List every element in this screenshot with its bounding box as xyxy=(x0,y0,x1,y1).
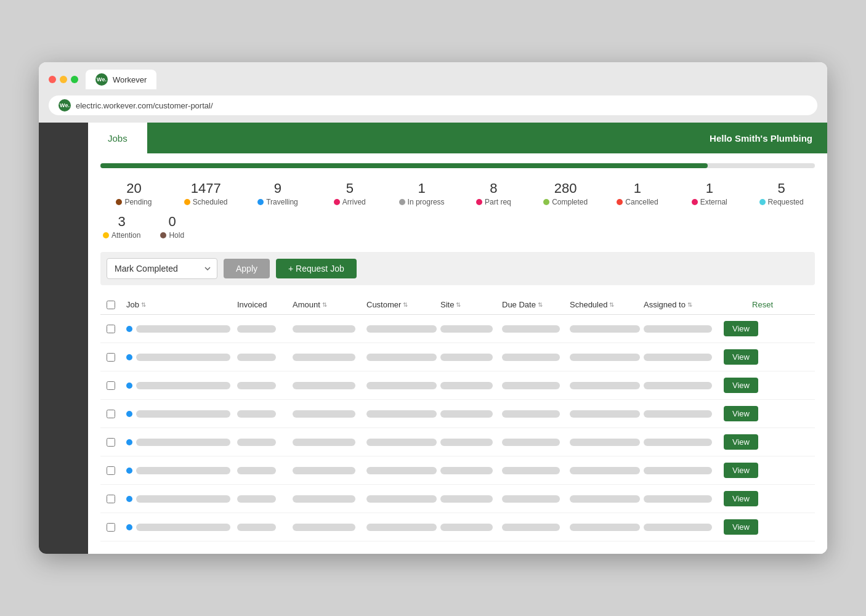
row-status-dot xyxy=(126,468,132,474)
th-scheduled[interactable]: Scheduled ⇅ xyxy=(570,300,644,309)
table-row: View xyxy=(100,400,815,428)
th-assignedto[interactable]: Assigned to ⇅ xyxy=(644,300,724,309)
apply-button[interactable]: Apply xyxy=(224,259,270,278)
row-action-cell: View xyxy=(724,406,773,421)
view-button-2[interactable]: View xyxy=(724,378,758,393)
address-bar[interactable]: We. electric.workever.com/customer-porta… xyxy=(49,95,817,115)
row-scheduled-cell xyxy=(570,354,644,361)
view-button-7[interactable]: View xyxy=(724,519,758,535)
th-amount[interactable]: Amount ⇅ xyxy=(293,300,366,309)
view-button-4[interactable]: View xyxy=(724,434,758,450)
stat-count: 1 xyxy=(634,180,641,197)
row-job-skeleton xyxy=(136,354,230,361)
stat-count: 1 xyxy=(706,180,713,197)
action-dropdown[interactable]: Mark Completed xyxy=(107,258,217,279)
row-site-cell xyxy=(440,354,502,361)
close-dot[interactable] xyxy=(49,76,56,83)
table-body: View View xyxy=(100,315,815,541)
stat-count: 1477 xyxy=(191,180,221,197)
view-button-5[interactable]: View xyxy=(724,463,758,478)
stat-label: Requested xyxy=(768,198,804,206)
row-scheduled-cell xyxy=(570,410,644,418)
stat-item-external[interactable]: 1 External xyxy=(676,180,743,206)
row-scheduled-skeleton xyxy=(570,524,640,531)
tab-jobs[interactable]: Jobs xyxy=(88,123,147,153)
row-amount-cell xyxy=(293,495,366,503)
th-job[interactable]: Job ⇅ xyxy=(126,300,237,309)
stat-item-arrived[interactable]: 5 Arrived xyxy=(316,180,383,206)
row-checkbox-0[interactable] xyxy=(107,325,115,333)
stat-count: 5 xyxy=(777,180,785,197)
view-button-3[interactable]: View xyxy=(724,406,758,421)
row-customer-cell xyxy=(366,354,440,361)
stat-item-part-req[interactable]: 8 Part req xyxy=(460,180,527,206)
th-job-label: Job xyxy=(126,300,139,309)
row-duedate-cell xyxy=(502,495,570,503)
row-invoiced-cell xyxy=(237,325,293,333)
row-site-skeleton xyxy=(440,382,493,389)
row-assignedto-skeleton xyxy=(644,495,712,503)
row-site-skeleton xyxy=(440,467,493,474)
stat-count: 3 xyxy=(118,214,126,230)
row-invoiced-skeleton xyxy=(237,524,276,531)
row-invoiced-skeleton xyxy=(237,439,276,446)
stat-label: Cancelled xyxy=(625,198,658,206)
browser-tab[interactable]: We. Workever xyxy=(86,70,156,89)
stat-item-attention[interactable]: 3 Attention xyxy=(103,214,140,240)
row-customer-skeleton xyxy=(366,524,437,531)
stat-count: 9 xyxy=(274,180,281,197)
stat-item-in-progress[interactable]: 1 In progress xyxy=(388,180,455,206)
row-checkbox-6[interactable] xyxy=(107,495,115,503)
row-checkbox-1[interactable] xyxy=(107,353,115,362)
table-row: View xyxy=(100,428,815,456)
row-invoiced-skeleton xyxy=(237,325,276,333)
th-customer-label: Customer xyxy=(366,300,401,309)
stat-item-completed[interactable]: 280 Completed xyxy=(532,180,599,206)
row-checkbox-5[interactable] xyxy=(107,466,115,475)
content-area: 20 Pending 1477 Scheduled 9 Travelling 5… xyxy=(88,153,827,551)
row-assignedto-cell xyxy=(644,439,724,446)
row-action-cell: View xyxy=(724,463,773,478)
request-job-button[interactable]: + Request Job xyxy=(276,259,357,278)
minimize-dot[interactable] xyxy=(60,76,67,83)
stat-item-pending[interactable]: 20 Pending xyxy=(100,180,168,206)
row-job-cell xyxy=(126,524,237,531)
row-amount-skeleton xyxy=(293,410,355,418)
stat-item-requested[interactable]: 5 Requested xyxy=(748,180,815,206)
row-duedate-skeleton xyxy=(502,495,560,503)
row-scheduled-skeleton xyxy=(570,439,640,446)
stat-item-hold[interactable]: 0 Hold xyxy=(160,214,184,240)
view-button-1[interactable]: View xyxy=(724,349,758,365)
row-checkbox-7[interactable] xyxy=(107,523,115,532)
row-checkbox-3[interactable] xyxy=(107,410,115,418)
row-checkbox-4[interactable] xyxy=(107,438,115,447)
stat-count: 1 xyxy=(418,180,425,197)
stat-item-travelling[interactable]: 9 Travelling xyxy=(245,180,312,206)
row-action-cell: View xyxy=(724,519,773,535)
view-button-0[interactable]: View xyxy=(724,321,758,336)
row-checkbox-cell xyxy=(107,438,126,447)
row-status-dot xyxy=(126,383,132,389)
row-action-cell: View xyxy=(724,378,773,393)
th-duedate[interactable]: Due Date ⇅ xyxy=(502,300,570,309)
row-assignedto-cell xyxy=(644,467,724,474)
row-invoiced-cell xyxy=(237,467,293,474)
th-site[interactable]: Site ⇅ xyxy=(440,300,502,309)
row-customer-skeleton xyxy=(366,439,437,446)
row-duedate-cell xyxy=(502,524,570,531)
th-amount-label: Amount xyxy=(293,300,320,309)
stat-dot xyxy=(116,199,122,205)
th-reset[interactable]: Reset xyxy=(724,300,773,309)
row-assignedto-skeleton xyxy=(644,382,712,389)
select-all-checkbox[interactable] xyxy=(107,301,115,309)
maximize-dot[interactable] xyxy=(71,76,78,83)
th-customer[interactable]: Customer ⇅ xyxy=(366,300,440,309)
row-amount-cell xyxy=(293,354,366,361)
stat-item-cancelled[interactable]: 1 Cancelled xyxy=(604,180,671,206)
row-checkbox-2[interactable] xyxy=(107,381,115,390)
stat-item-scheduled[interactable]: 1477 Scheduled xyxy=(172,180,240,206)
row-checkbox-cell xyxy=(107,495,126,503)
row-invoiced-cell xyxy=(237,410,293,418)
stat-label: Pending xyxy=(124,198,152,206)
view-button-6[interactable]: View xyxy=(724,491,758,506)
